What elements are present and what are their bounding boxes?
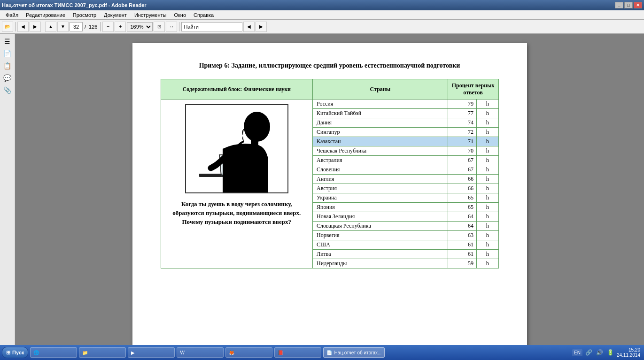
country-percent: 61: [448, 240, 476, 250]
country-name: Дания: [313, 118, 448, 128]
separator-4: [179, 22, 179, 31]
country-name: Украина: [313, 193, 448, 203]
country-percent: 66: [448, 175, 476, 184]
menu-document[interactable]: Документ: [100, 10, 131, 19]
menu-file[interactable]: Файл: [2, 10, 22, 19]
taskbar-icon-firefox[interactable]: 🦊: [225, 347, 272, 358]
media-icon: ▶: [131, 350, 135, 355]
country-flag: h: [476, 222, 498, 231]
country-name: Китайский Тайбэй: [313, 109, 448, 118]
windows-logo: ⊞: [6, 350, 10, 356]
country-percent: 79: [448, 100, 476, 109]
zoom-select[interactable]: 169% 150% 125% 100%: [127, 22, 153, 31]
country-percent: 61: [448, 250, 476, 259]
menu-tools[interactable]: Инструменты: [131, 10, 171, 19]
system-time: 15:20 24.11.2014: [617, 347, 640, 358]
country-percent: 70: [448, 146, 476, 156]
next-page-button[interactable]: ▼: [57, 22, 69, 32]
taskbar: ⊞ Пуск 🌐 📁 ▶ W 🦊 📕 📄 Нац.отчет об итогах…: [0, 345, 644, 360]
country-flag: h: [476, 137, 498, 146]
menu-window[interactable]: Окно: [170, 10, 190, 19]
search-prev-button[interactable]: ◀: [243, 22, 255, 32]
attachments-icon[interactable]: 📎: [2, 84, 13, 96]
country-flag: h: [476, 250, 498, 259]
time-display: 15:20: [617, 347, 640, 352]
country-percent: 64: [448, 222, 476, 231]
country-name: Чешская Республика: [313, 146, 448, 156]
country-flag: h: [476, 118, 498, 128]
back-button[interactable]: ◀: [17, 22, 29, 32]
maximize-button[interactable]: □: [624, 2, 633, 8]
language-indicator: EN: [572, 349, 582, 356]
folder-icon: 📁: [82, 350, 88, 355]
illustration-frame: [185, 104, 288, 193]
taskbar-icon-folder[interactable]: 📁: [79, 347, 126, 358]
menu-view[interactable]: Просмотр: [69, 10, 100, 19]
title-bar: Нац.отчет об итогах ТИМСС 2007_рус.pdf -…: [0, 0, 644, 10]
taskbar-open-label: Нац.отчет об итогах...: [334, 350, 381, 355]
country-name: Казахстан: [313, 137, 448, 146]
menu-help[interactable]: Справка: [190, 10, 217, 19]
taskbar-icon-word[interactable]: W: [177, 347, 224, 358]
close-button[interactable]: ✕: [634, 2, 642, 8]
country-name: Сингапур: [313, 128, 448, 137]
country-flag: h: [476, 128, 498, 137]
speaker-icon: 🔊: [595, 349, 604, 356]
pdf-area[interactable]: Пример 6: Задание, иллюстрирующее средни…: [15, 34, 644, 345]
app-body: ☰ 📄 📋 💬 📎 Пример 6: Задание, иллюстрирую…: [0, 34, 644, 345]
content-block-header: Содержательный блок: Физические науки: [161, 79, 313, 100]
country-percent: 67: [448, 156, 476, 165]
start-button[interactable]: ⊞ Пуск: [2, 347, 28, 358]
country-flag: h: [476, 203, 498, 212]
firefox-icon: 🦊: [229, 350, 234, 355]
country-name: Австралия: [313, 156, 448, 165]
country-name: США: [313, 240, 448, 250]
taskbar-adobe-item[interactable]: 📄 Нац.отчет об итогах...: [323, 347, 385, 358]
bookmarks-icon[interactable]: 📄: [2, 48, 13, 59]
zoom-in-button[interactable]: +: [115, 22, 126, 32]
country-flag: h: [476, 156, 498, 165]
menu-edit[interactable]: Редактирование: [22, 10, 69, 19]
separator-2: [43, 22, 43, 31]
silhouette-svg: [187, 106, 286, 192]
page-input[interactable]: [70, 22, 83, 31]
country-name: Япония: [313, 203, 448, 212]
page-total: 126: [88, 24, 98, 30]
country-percent: 63: [448, 231, 476, 240]
search-input[interactable]: [181, 22, 242, 31]
country-flag: h: [476, 146, 498, 156]
country-percent: 77: [448, 109, 476, 118]
country-percent: 65: [448, 193, 476, 203]
country-flag: h: [476, 240, 498, 250]
comment-icon[interactable]: 💬: [2, 72, 13, 84]
country-percent: 66: [448, 184, 476, 193]
country-name: Литва: [313, 250, 448, 259]
question-text: Когда ты дуешь в воду через соломинку, о…: [166, 200, 308, 227]
country-flag: h: [476, 165, 498, 175]
country-percent: 65: [448, 203, 476, 212]
toolbar: 📂 ◀ ▶ ▲ ▼ / 126 − + 169% 150% 125% 100% …: [0, 20, 644, 34]
country-flag: h: [476, 175, 498, 184]
country-flag: h: [476, 109, 498, 118]
fit-width-button[interactable]: ↔: [166, 22, 177, 32]
fit-page-button[interactable]: ⊡: [154, 22, 165, 32]
pages-icon[interactable]: 📋: [2, 60, 13, 71]
country-flag: h: [476, 212, 498, 222]
main-content-table: Содержательный блок: Физические науки Ст…: [161, 79, 499, 268]
taskbar-icon-ie[interactable]: 🌐: [30, 347, 77, 358]
search-next-button[interactable]: ▶: [256, 22, 267, 32]
page-separator: /: [84, 24, 87, 30]
minimize-button[interactable]: _: [615, 2, 623, 8]
country-name: Словения: [313, 165, 448, 175]
country-name: Нидерланды: [313, 259, 448, 268]
taskbar-icon-media[interactable]: ▶: [128, 347, 175, 358]
menu-bar: Файл Редактирование Просмотр Документ Ин…: [0, 10, 644, 20]
country-flag: h: [476, 231, 498, 240]
zoom-out-button[interactable]: −: [102, 22, 114, 32]
open-button[interactable]: 📂: [2, 22, 13, 32]
prev-page-button[interactable]: ▲: [45, 22, 56, 32]
nav-panel-icon[interactable]: ☰: [2, 36, 13, 47]
window-controls: _ □ ✕: [615, 2, 642, 8]
forward-button[interactable]: ▶: [30, 22, 41, 32]
taskbar-icon-pdf[interactable]: 📕: [274, 347, 321, 358]
